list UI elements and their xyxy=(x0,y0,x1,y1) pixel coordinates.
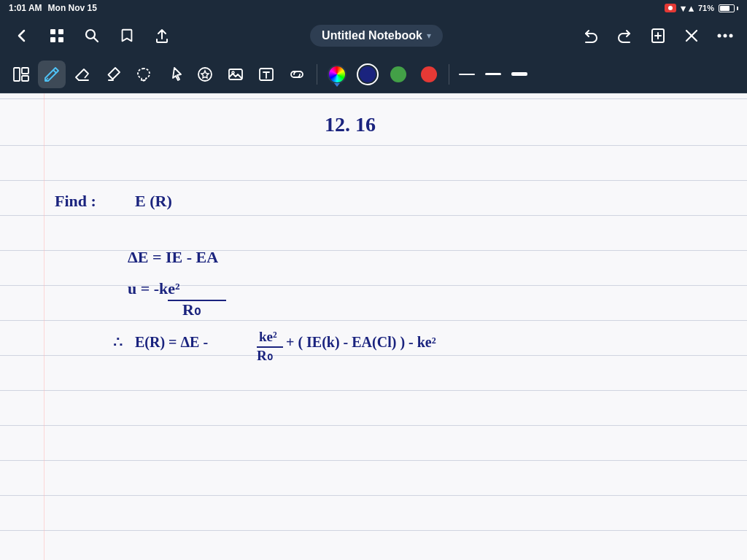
search-button[interactable] xyxy=(80,24,104,47)
highlighter-tool[interactable] xyxy=(99,61,127,88)
nav-right xyxy=(579,24,737,47)
u-equation-top: u = -ke² xyxy=(128,279,180,298)
green-color[interactable] xyxy=(384,61,412,88)
main-equation-right: + ( IE(k) - EA(Cl) ) - ke² xyxy=(286,334,436,351)
record-dot-inner xyxy=(668,6,673,10)
thick-line xyxy=(511,72,527,77)
thickness-thin[interactable] xyxy=(455,63,479,86)
thickness-thick[interactable] xyxy=(508,63,531,86)
separator-2 xyxy=(449,64,449,85)
handwriting-canvas[interactable]: 12. 16 Find : E (R) ΔE = IE - EA u = -ke… xyxy=(0,93,747,560)
status-bar: 1:01 AM Mon Nov 15 ▾ ▴ 71% xyxy=(0,0,747,16)
svg-line-5 xyxy=(94,38,98,42)
grid-button[interactable] xyxy=(45,24,69,47)
medium-line xyxy=(485,73,501,76)
main-equation-left: E(R) = ΔE - xyxy=(135,334,208,351)
battery-icon xyxy=(719,4,738,12)
more-button[interactable] xyxy=(713,24,737,47)
bookmark-button[interactable] xyxy=(115,24,139,47)
notebook-area[interactable]: 12. 16 Find : E (R) ΔE = IE - EA u = -ke… xyxy=(0,93,747,560)
lined-paper: 12. 16 Find : E (R) ΔE = IE - EA u = -ke… xyxy=(0,93,747,560)
dark-blue-color[interactable] xyxy=(354,61,382,88)
nav-center: Untitled Notebook ▾ xyxy=(174,25,579,47)
text-tool[interactable] xyxy=(252,61,280,88)
svg-rect-1 xyxy=(58,29,63,34)
thin-line xyxy=(459,74,475,75)
eraser-tool[interactable] xyxy=(69,61,96,88)
link-tool[interactable] xyxy=(283,61,311,88)
nav-left xyxy=(10,24,174,47)
find-value: E (R) xyxy=(135,192,172,210)
svg-rect-2 xyxy=(50,37,55,42)
notebook-title: Untitled Notebook xyxy=(322,29,422,42)
status-left: 1:01 AM Mon Nov 15 xyxy=(9,3,97,13)
title-chevron: ▾ xyxy=(427,31,431,41)
dark-blue-dot xyxy=(360,66,376,82)
svg-rect-16 xyxy=(22,76,28,81)
notebook-title-text: 12. 16 xyxy=(325,113,376,136)
image-tool[interactable] xyxy=(222,61,249,88)
favorite-tool[interactable] xyxy=(191,61,219,88)
main-eq-denom: R₀ xyxy=(257,348,273,363)
color-picker-button[interactable] xyxy=(323,61,351,88)
svg-rect-21 xyxy=(229,69,242,79)
share-button[interactable] xyxy=(150,24,174,47)
red-color[interactable] xyxy=(415,61,443,88)
red-dot xyxy=(421,66,437,82)
new-page-button[interactable] xyxy=(646,24,670,47)
battery-percent: 71% xyxy=(698,4,714,12)
delta-e-equation: ΔE = IE - EA xyxy=(128,248,218,266)
redo-button[interactable] xyxy=(613,24,636,47)
lasso-tool[interactable] xyxy=(130,61,158,88)
record-indicator xyxy=(665,4,676,12)
svg-rect-15 xyxy=(22,68,28,74)
svg-point-11 xyxy=(718,34,721,38)
pen-tool[interactable] xyxy=(38,61,66,88)
date: Mon Nov 15 xyxy=(48,3,97,13)
nav-bar: Untitled Notebook ▾ xyxy=(0,16,747,55)
close-button[interactable] xyxy=(680,24,703,47)
battery-body xyxy=(719,4,735,12)
main-eq-numer: ke² xyxy=(259,329,277,344)
green-dot xyxy=(390,66,406,82)
svg-rect-3 xyxy=(58,37,63,42)
svg-rect-0 xyxy=(50,29,55,34)
find-label: Find : xyxy=(55,192,96,210)
svg-point-13 xyxy=(729,34,733,38)
page-layout-tool[interactable] xyxy=(7,61,35,88)
svg-marker-20 xyxy=(201,71,209,78)
back-button[interactable] xyxy=(10,24,34,47)
battery-tip xyxy=(737,7,738,10)
svg-point-12 xyxy=(724,34,727,38)
title-container[interactable]: Untitled Notebook ▾ xyxy=(310,25,443,47)
time: 1:01 AM xyxy=(9,3,42,13)
wifi-icon: ▾ ▴ xyxy=(681,3,694,14)
thickness-medium[interactable] xyxy=(481,63,505,86)
therefore-symbol: ∴ xyxy=(113,334,123,350)
selection-tool[interactable] xyxy=(160,61,188,88)
undo-button[interactable] xyxy=(579,24,603,47)
status-right: ▾ ▴ 71% xyxy=(665,3,738,14)
battery-fill xyxy=(720,6,729,11)
separator-1 xyxy=(317,64,317,85)
u-equation-bottom: R₀ xyxy=(182,300,201,319)
svg-rect-14 xyxy=(14,68,20,81)
toolbar xyxy=(0,55,747,93)
